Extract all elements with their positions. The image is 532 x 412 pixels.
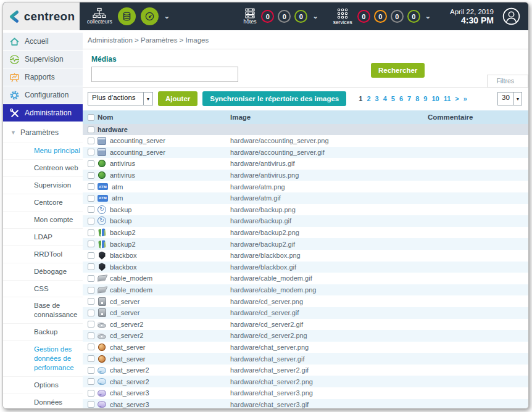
- toolbar: Plus d'actions ▼ Ajouter Synchroniser le…: [83, 88, 528, 110]
- row-checkbox[interactable]: [88, 298, 94, 305]
- search-input[interactable]: [91, 67, 238, 82]
- service-status-counter[interactable]: 0: [357, 10, 370, 23]
- row-checkbox[interactable]: [88, 355, 94, 362]
- reports-icon: [9, 72, 20, 83]
- sidebar-subitem-supervision[interactable]: Supervision: [3, 176, 83, 194]
- host-status-counter[interactable]: 0: [261, 10, 274, 23]
- row-checkbox[interactable]: [88, 183, 94, 190]
- pagination: 1234567891011>»: [359, 95, 467, 102]
- row-checkbox[interactable]: [88, 401, 94, 408]
- image-name-cell: backup2: [98, 228, 230, 237]
- pagination-page-3[interactable]: 3: [375, 95, 379, 102]
- sidebar-subitem-centreon-web[interactable]: Centreon web: [3, 159, 83, 176]
- row-checkbox[interactable]: [88, 275, 94, 282]
- sidebar-item-supervision[interactable]: Supervision: [3, 51, 83, 68]
- row-checkbox[interactable]: [88, 344, 94, 350]
- sidebar-subitem-mon-compte[interactable]: Mon compte: [3, 211, 83, 228]
- sidebar-subitem-centcore[interactable]: Centcore: [3, 194, 83, 211]
- row-checkbox[interactable]: [88, 241, 94, 247]
- backup-icon: [98, 216, 106, 225]
- sidebar-subitem-rrdtool[interactable]: RRDTool: [3, 245, 83, 263]
- group-checkbox[interactable]: [88, 126, 94, 133]
- gauge-icon: [144, 11, 155, 22]
- pagination-last[interactable]: »: [463, 95, 467, 102]
- hosts-chevron-down-icon[interactable]: ⌄: [312, 12, 318, 20]
- table-row: cd_serverhardware/cd_server.png: [83, 295, 528, 307]
- row-checkbox[interactable]: [88, 287, 94, 294]
- pagination-page-7[interactable]: 7: [407, 95, 411, 102]
- service-status-counter[interactable]: 0: [407, 10, 420, 23]
- row-checkbox[interactable]: [88, 263, 94, 270]
- sidebar-item-configuration[interactable]: Configuration: [3, 86, 83, 104]
- row-checkbox[interactable]: [88, 321, 94, 328]
- pollers-menu[interactable]: collecteurs: [87, 7, 112, 25]
- services-chevron-down-icon[interactable]: ⌄: [425, 12, 431, 20]
- pagination-page-2[interactable]: 2: [367, 95, 370, 102]
- pagination-page-8[interactable]: 8: [415, 95, 419, 102]
- sidebar-item-label: Accueil: [25, 37, 49, 46]
- sync-images-button[interactable]: Synchroniser le répertoire des images: [202, 91, 346, 106]
- backup2-icon: [98, 240, 106, 249]
- ledger-icon: [98, 148, 106, 157]
- pagination-page-6[interactable]: 6: [399, 95, 403, 102]
- sidebar-subitem-menu-principal[interactable]: Menu principal: [3, 142, 83, 159]
- image-name: accounting_server: [110, 149, 165, 156]
- image-path: hardware/cd_server.gif: [230, 309, 428, 316]
- centreon-logo[interactable]: centreon: [3, 2, 80, 30]
- row-checkbox[interactable]: [88, 138, 94, 144]
- page-size-select[interactable]: 30 ▼: [497, 92, 522, 105]
- sidebar-subitem-donnees[interactable]: Données: [3, 393, 83, 409]
- host-status-counter[interactable]: 0: [278, 10, 291, 23]
- row-checkbox[interactable]: [88, 195, 94, 202]
- sidebar-subitem-ldap[interactable]: LDAP: [3, 228, 83, 245]
- sidebar-item-administration[interactable]: Administration: [3, 104, 83, 122]
- pagination-page-4[interactable]: 4: [383, 95, 387, 102]
- sidebar-item-accueil[interactable]: Accueil: [3, 33, 83, 50]
- host-status-counter[interactable]: 0: [294, 10, 307, 23]
- service-status-counter[interactable]: 0: [374, 10, 387, 23]
- user-profile-button[interactable]: [502, 7, 520, 25]
- sidebar-section-parametres[interactable]: ▼ Paramètres: [3, 122, 83, 142]
- row-checkbox[interactable]: [88, 229, 94, 236]
- actions-select[interactable]: Plus d'actions ▼: [88, 92, 153, 105]
- centreon-logo-icon: [8, 10, 20, 23]
- pagination-next[interactable]: >: [455, 95, 459, 102]
- row-checkbox[interactable]: [88, 160, 94, 167]
- sidebar-subitem-backup[interactable]: Backup: [3, 323, 83, 340]
- services-menu[interactable]: services: [333, 7, 352, 25]
- row-checkbox[interactable]: [88, 390, 94, 397]
- sidebar-subitem-gestion-des-donnees-de-performance[interactable]: Gestion des données de performance: [3, 340, 83, 376]
- sidebar-subitem-debogage[interactable]: Débogage: [3, 263, 83, 280]
- filters-tab[interactable]: Filtres: [487, 75, 528, 88]
- add-button[interactable]: Ajouter: [158, 91, 197, 106]
- sidebar-subitem-css[interactable]: CSS: [3, 280, 83, 297]
- hosts-menu[interactable]: hôtes: [244, 7, 257, 25]
- table-row: chat_server2hardware/chat_server2.gif: [83, 365, 528, 376]
- search-button[interactable]: Rechercher: [371, 63, 425, 78]
- pollers-chevron-down-icon[interactable]: ⌄: [164, 12, 170, 20]
- select-all-checkbox[interactable]: [88, 114, 94, 121]
- chevron-down-icon: ▼: [143, 93, 152, 105]
- service-status-counter[interactable]: 0: [391, 10, 404, 23]
- row-checkbox[interactable]: [88, 218, 94, 225]
- table-row: cable_modemhardware/cable_modem.gif: [83, 273, 528, 284]
- pagination-page-11[interactable]: 11: [444, 95, 451, 102]
- row-checkbox[interactable]: [88, 332, 94, 339]
- services-counters: 0000: [355, 10, 422, 23]
- row-checkbox[interactable]: [88, 172, 94, 179]
- pagination-page-10[interactable]: 10: [431, 95, 439, 102]
- pagination-page-5[interactable]: 5: [391, 95, 395, 102]
- poller-database-status[interactable]: [118, 7, 136, 25]
- row-checkbox[interactable]: [88, 378, 94, 385]
- sidebar-subitem-base-de-connaissance[interactable]: Base de connaissance: [3, 297, 83, 323]
- row-checkbox[interactable]: [88, 367, 94, 374]
- row-checkbox[interactable]: [88, 206, 94, 213]
- sidebar-item-rapports[interactable]: Rapports: [3, 68, 83, 86]
- row-checkbox[interactable]: [88, 149, 94, 155]
- image-name: accounting_server: [110, 137, 165, 144]
- row-checkbox[interactable]: [88, 310, 94, 316]
- row-checkbox[interactable]: [88, 252, 94, 259]
- pagination-page-9[interactable]: 9: [423, 95, 427, 102]
- poller-latency-status[interactable]: [141, 7, 159, 25]
- sidebar-subitem-options[interactable]: Options: [3, 376, 83, 393]
